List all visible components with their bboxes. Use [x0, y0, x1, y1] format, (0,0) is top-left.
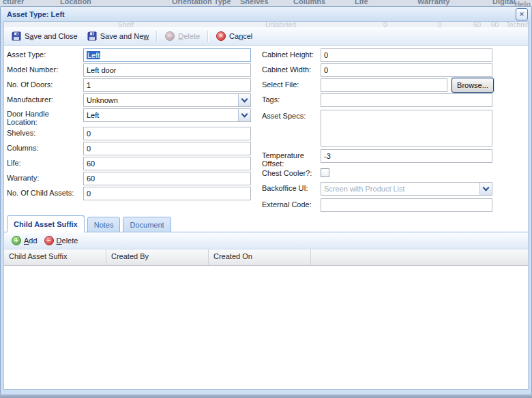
tab-notes[interactable]: Notes: [87, 217, 121, 232]
external-code-field: [321, 198, 492, 212]
cancel-button[interactable]: ✕ Cancel: [211, 30, 257, 42]
bg-column-header: Orientation Type: [172, 0, 231, 5]
save-icon: [12, 31, 21, 41]
add-label: Add: [24, 236, 38, 245]
chest-cooler-checkbox[interactable]: [321, 168, 329, 177]
add-plus-icon: +: [12, 236, 21, 245]
save-icon: [87, 31, 97, 41]
no-of-doors-input[interactable]: [84, 79, 250, 91]
delete-minus-icon: −: [165, 31, 175, 41]
shelves-label: Shelves:: [7, 129, 80, 137]
ghost-cell: Unlabeled: [265, 22, 296, 27]
chevron-down-icon: [241, 111, 248, 118]
column-header-created-by[interactable]: Created By: [106, 249, 209, 265]
close-icon: ✕: [519, 11, 524, 18]
manufacturer-dropdown-trigger[interactable]: [238, 94, 250, 106]
save-and-new-button[interactable]: Save and New: [83, 30, 154, 42]
temperature-offset-field: [321, 149, 492, 163]
temperature-offset-label: Temperature Offset:: [262, 151, 319, 168]
columns-input[interactable]: [84, 142, 250, 155]
door-handle-location-label: Door Handle Location:: [7, 110, 80, 126]
manufacturer-value: Unknown: [84, 94, 238, 106]
backoffice-ui-dropdown-trigger[interactable]: [479, 183, 492, 195]
warranty-label: Warranty:: [7, 174, 80, 182]
model-number-input[interactable]: [84, 64, 250, 76]
grid-header-row: Child Asset Suffix Created By Created On: [4, 249, 528, 266]
external-code-input[interactable]: [321, 199, 492, 211]
door-handle-location-dropdown-trigger[interactable]: [238, 109, 250, 121]
dialog-toolbar: Save and Close Save and New − Delete: [4, 27, 528, 46]
asset-type-input[interactable]: Left: [83, 48, 251, 62]
asset-type-dialog: Asset Type: Left ✕ Shelf Unlabeled 0 0 6…: [0, 6, 532, 395]
door-handle-location-value: Left: [84, 109, 238, 121]
dialog-titlebar: Asset Type: Left ✕: [1, 7, 531, 21]
tab-document[interactable]: Document: [123, 217, 171, 232]
bg-column-header: Digital: [492, 0, 516, 5]
model-number-label: Model Number:: [7, 65, 80, 74]
shelves-input[interactable]: [84, 127, 250, 140]
ghost-cell: 0: [438, 22, 442, 27]
model-number-field: [83, 63, 251, 77]
shelves-field: [83, 127, 251, 140]
asset-type-form: Asset Type: Left Model Number: No. Of Do…: [4, 46, 528, 215]
tags-input[interactable]: [321, 94, 492, 106]
bg-column-header: Life: [355, 0, 368, 5]
cancel-label: Cancel: [229, 32, 252, 40]
backoffice-ui-value: Screen with Product List: [321, 183, 479, 195]
ghost-cell: 60: [491, 22, 499, 27]
no-of-child-assets-input[interactable]: [84, 187, 250, 200]
browse-label: Browse...: [457, 81, 488, 89]
select-file-field: [321, 78, 447, 92]
tags-label: Tags:: [262, 95, 319, 104]
background-ghost-row: Shelf Unlabeled 0 0 60 60 Technical: [4, 22, 528, 27]
asset-type-selected-text: Left: [87, 51, 100, 59]
browse-button[interactable]: Browse...: [452, 78, 494, 93]
bg-column-header: Warranty: [417, 0, 449, 5]
close-button[interactable]: ✕: [516, 8, 528, 20]
chevron-down-icon: [241, 96, 248, 103]
temperature-offset-input[interactable]: [321, 150, 492, 162]
asset-specs-label: Asset Specs:: [262, 112, 319, 120]
life-input[interactable]: [84, 157, 250, 170]
select-file-input[interactable]: [321, 79, 447, 91]
bg-column-header: Location: [60, 0, 91, 5]
no-of-child-assets-field: [83, 187, 251, 200]
ghost-cell: Shelf: [118, 22, 134, 27]
cabinet-height-label: Cabinet Height:: [262, 50, 319, 59]
backoffice-ui-label: Backoffice UI:: [262, 184, 319, 192]
column-header-child-asset-suffix[interactable]: Child Asset Suffix: [4, 249, 106, 265]
dialog-title: Asset Type: Left: [7, 10, 516, 18]
tab-label: Child Asset Suffix: [14, 220, 78, 228]
column-header-created-on[interactable]: Created On: [209, 249, 311, 265]
bg-column-header: cturer: [3, 0, 24, 5]
delete-label: Delete: [178, 32, 200, 40]
dialog-content: Shelf Unlabeled 0 0 60 60 Technical S: [3, 21, 529, 390]
bg-column-header: Shelves: [240, 0, 269, 5]
tab-label: Notes: [94, 221, 114, 229]
tab-bar: Child Asset Suffix Notes Document: [4, 215, 528, 232]
child-asset-suffix-toolbar: + Add − Delete: [4, 232, 528, 249]
tab-child-asset-suffix[interactable]: Child Asset Suffix: [7, 215, 85, 232]
columns-field: [83, 142, 251, 155]
manufacturer-combobox[interactable]: Unknown: [83, 93, 251, 107]
bg-column-header: Columns: [293, 0, 325, 5]
grid-body-empty[interactable]: [4, 266, 528, 389]
add-button[interactable]: + Add: [8, 234, 41, 247]
door-handle-location-combobox[interactable]: Left: [83, 108, 251, 122]
cabinet-width-field: [321, 63, 492, 77]
ghost-cell: 0: [383, 22, 387, 27]
grid-delete-button[interactable]: − Delete: [41, 234, 82, 247]
cabinet-width-label: Cabinet Width:: [262, 65, 319, 74]
cabinet-height-input[interactable]: [321, 49, 492, 61]
save-and-new-label: Save and New: [100, 32, 149, 40]
no-of-doors-field: [83, 78, 251, 92]
life-field: [83, 157, 251, 170]
backoffice-ui-combobox: Screen with Product List: [321, 182, 492, 196]
save-and-close-button[interactable]: Save and Close: [7, 30, 83, 42]
warranty-field: [83, 172, 251, 185]
cabinet-width-input[interactable]: [321, 64, 492, 76]
save-and-close-label: Save and Close: [25, 32, 78, 40]
column-header-spacer: [311, 249, 528, 265]
asset-specs-textarea[interactable]: [321, 110, 492, 146]
warranty-input[interactable]: [84, 172, 250, 185]
